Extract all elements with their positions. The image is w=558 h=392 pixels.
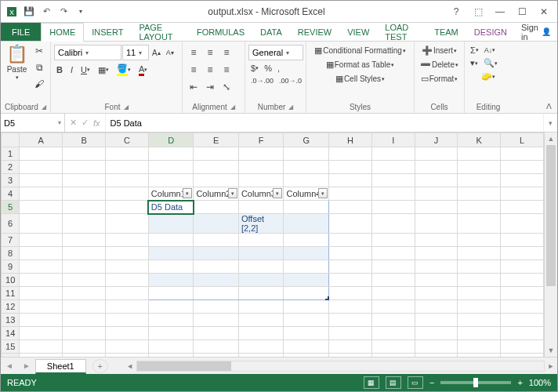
qat-customize-icon[interactable]: ▾ bbox=[74, 5, 87, 18]
cell[interactable] bbox=[284, 214, 329, 234]
alignment-launcher-icon[interactable]: ◢ bbox=[230, 103, 235, 111]
cell-d5[interactable]: D5 Data bbox=[148, 201, 194, 214]
row-header[interactable]: 6 bbox=[2, 214, 20, 234]
align-center-button[interactable]: ≡ bbox=[202, 62, 218, 78]
row-header[interactable]: 12 bbox=[2, 300, 20, 314]
row-header[interactable]: 10 bbox=[2, 274, 20, 287]
zoom-level[interactable]: 100% bbox=[529, 378, 551, 387]
scroll-left-icon[interactable]: ◄ bbox=[124, 362, 136, 370]
col-header[interactable]: H bbox=[329, 133, 372, 147]
name-box[interactable]: D5▾ bbox=[1, 114, 65, 132]
help-icon[interactable]: ? bbox=[446, 4, 466, 20]
tab-data[interactable]: DATA bbox=[252, 23, 290, 41]
col-header[interactable]: B bbox=[63, 133, 106, 147]
number-launcher-icon[interactable]: ◢ bbox=[288, 103, 293, 111]
delete-cells-button[interactable]: ➖Delete▾ bbox=[418, 59, 461, 71]
underline-button[interactable]: U▾ bbox=[78, 64, 92, 75]
tab-design[interactable]: DESIGN bbox=[466, 23, 515, 41]
col-header[interactable]: A bbox=[20, 133, 63, 147]
cell-styles-button[interactable]: ▦Cell Styles▾ bbox=[310, 73, 411, 85]
row-header[interactable]: 1 bbox=[2, 147, 20, 161]
scroll-thumb[interactable] bbox=[546, 145, 556, 286]
align-left-button[interactable]: ≡ bbox=[186, 62, 201, 78]
decrease-indent-button[interactable]: ⇤ bbox=[186, 79, 201, 95]
filter-icon[interactable]: ▾ bbox=[273, 188, 282, 198]
decrease-decimal-button[interactable]: .00→.0 bbox=[277, 76, 304, 85]
scroll-up-icon[interactable]: ▲ bbox=[545, 132, 557, 145]
horizontal-scrollbar[interactable]: ◄ ► bbox=[124, 361, 557, 372]
page-layout-view-button[interactable]: ▤ bbox=[386, 376, 401, 389]
align-bottom-button[interactable]: ≡ bbox=[219, 45, 234, 60]
orientation-button[interactable]: ⤡ bbox=[219, 79, 234, 95]
row-header[interactable]: 14 bbox=[2, 327, 20, 340]
grow-font-button[interactable]: A▴ bbox=[150, 48, 163, 58]
col-header[interactable]: G bbox=[284, 133, 329, 147]
increase-indent-button[interactable]: ⇥ bbox=[202, 79, 218, 95]
undo-icon[interactable]: ↶ bbox=[40, 5, 53, 18]
table-resize-handle[interactable] bbox=[325, 296, 329, 300]
font-launcher-icon[interactable]: ◢ bbox=[124, 103, 129, 111]
col-header[interactable]: L bbox=[501, 133, 544, 147]
format-cells-button[interactable]: ▭Format▾ bbox=[418, 73, 461, 85]
zoom-out-button[interactable]: − bbox=[429, 378, 434, 387]
row-header[interactable]: 8 bbox=[2, 247, 20, 260]
row-header[interactable]: 15 bbox=[2, 340, 20, 354]
increase-decimal-button[interactable]: .0→.00 bbox=[248, 76, 276, 85]
save-icon[interactable]: 💾 bbox=[23, 5, 35, 18]
select-all-corner[interactable] bbox=[2, 133, 20, 147]
paste-button[interactable]: 📋 Paste ▾ bbox=[4, 43, 30, 82]
scroll-down-icon[interactable]: ▼ bbox=[545, 344, 557, 357]
col-header[interactable]: C bbox=[105, 133, 148, 147]
comma-format-button[interactable]: , bbox=[275, 63, 282, 74]
scroll-right-icon[interactable]: ► bbox=[545, 362, 557, 370]
cell[interactable] bbox=[194, 201, 239, 214]
row-header[interactable]: 5 bbox=[2, 201, 20, 214]
accounting-format-button[interactable]: $▾ bbox=[248, 63, 261, 74]
sheet-nav-next-icon[interactable]: ► bbox=[18, 361, 35, 370]
col-header[interactable]: I bbox=[371, 133, 415, 147]
find-button[interactable]: 🔍▾ bbox=[481, 57, 500, 69]
copy-button[interactable]: ⧉ bbox=[31, 60, 47, 75]
table-column-header[interactable]: Column4▾ bbox=[284, 187, 329, 201]
cell[interactable] bbox=[238, 201, 284, 214]
tab-formulas[interactable]: FORMULAS bbox=[189, 23, 252, 41]
row-header[interactable]: 9 bbox=[2, 260, 20, 274]
sheet-tab[interactable]: Sheet1 bbox=[35, 359, 86, 374]
clear-button[interactable]: 🧽▾ bbox=[468, 71, 509, 82]
row-header[interactable]: 11 bbox=[2, 287, 20, 300]
align-middle-button[interactable]: ≡ bbox=[202, 45, 218, 60]
tab-home[interactable]: HOME bbox=[41, 23, 84, 42]
fill-button[interactable]: ▾▾ bbox=[468, 57, 480, 69]
insert-function-icon[interactable]: fx bbox=[93, 118, 100, 128]
ribbon-options-icon[interactable]: ⬚ bbox=[468, 4, 488, 20]
tab-loadtest[interactable]: LOAD TEST bbox=[377, 23, 426, 41]
expand-formula-bar-icon[interactable]: ▾ bbox=[543, 114, 557, 132]
filter-icon[interactable]: ▾ bbox=[318, 188, 328, 198]
normal-view-button[interactable]: ▦ bbox=[364, 376, 379, 389]
add-sheet-button[interactable]: + bbox=[92, 359, 108, 373]
page-break-view-button[interactable]: ▭ bbox=[408, 376, 423, 389]
row-header[interactable]: 4 bbox=[2, 187, 20, 201]
cancel-formula-icon[interactable]: ✕ bbox=[70, 118, 77, 128]
align-top-button[interactable]: ≡ bbox=[186, 45, 201, 60]
minimize-button[interactable]: — bbox=[490, 4, 510, 20]
cell[interactable] bbox=[284, 201, 329, 214]
tab-review[interactable]: REVIEW bbox=[290, 23, 339, 41]
cell[interactable] bbox=[194, 214, 239, 234]
zoom-in-button[interactable]: + bbox=[517, 378, 522, 387]
collapse-ribbon-icon[interactable]: ᐱ bbox=[544, 101, 554, 111]
percent-format-button[interactable]: % bbox=[262, 63, 274, 74]
maximize-button[interactable]: ☐ bbox=[512, 4, 532, 20]
autosum-button[interactable]: Σ▾ bbox=[468, 45, 481, 56]
spreadsheet-grid[interactable]: A B C D E F G H I J K L 1 2 3 4 Column1▾… bbox=[1, 132, 544, 357]
font-color-button[interactable]: A▾ bbox=[136, 64, 150, 77]
row-header[interactable]: 13 bbox=[2, 314, 20, 327]
cell-f6[interactable]: Offset [2,2] bbox=[238, 214, 284, 234]
bold-button[interactable]: B bbox=[54, 64, 65, 75]
tab-insert[interactable]: INSERT bbox=[84, 23, 131, 41]
font-name-combo[interactable]: Calibri▾ bbox=[54, 45, 121, 60]
tab-team[interactable]: TEAM bbox=[426, 23, 466, 41]
cut-button[interactable]: ✂ bbox=[31, 43, 47, 59]
vertical-scrollbar[interactable]: ▲ ▼ bbox=[544, 132, 557, 357]
sign-in-link[interactable]: Sign in👤 bbox=[515, 23, 557, 41]
